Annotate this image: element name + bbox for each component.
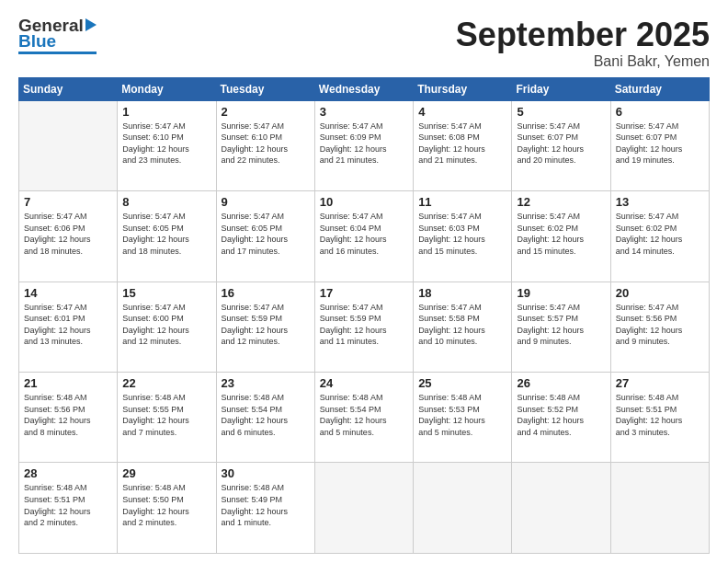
day-number: 20 <box>616 286 704 300</box>
day-number: 29 <box>122 466 210 480</box>
day-number: 16 <box>222 286 310 300</box>
day-number: 4 <box>418 105 506 119</box>
col-thursday: Thursday <box>414 77 512 100</box>
table-row <box>19 100 118 190</box>
day-number: 18 <box>418 286 506 300</box>
day-number: 22 <box>122 376 210 390</box>
table-row <box>314 463 413 554</box>
day-number: 6 <box>616 105 704 119</box>
col-sunday: Sunday <box>19 77 118 100</box>
day-info: Sunrise: 5:47 AM Sunset: 6:06 PM Dayligh… <box>24 211 112 257</box>
table-row: 20Sunrise: 5:47 AM Sunset: 5:56 PM Dayli… <box>610 282 709 372</box>
table-row: 28Sunrise: 5:48 AM Sunset: 5:51 PM Dayli… <box>19 463 118 554</box>
col-friday: Friday <box>512 77 610 100</box>
col-wednesday: Wednesday <box>314 77 413 100</box>
day-number: 1 <box>122 105 210 119</box>
col-saturday: Saturday <box>610 77 709 100</box>
table-row: 22Sunrise: 5:48 AM Sunset: 5:55 PM Dayli… <box>118 373 216 463</box>
header: General Blue September 2025 Bani Bakr, Y… <box>18 17 710 70</box>
day-info: Sunrise: 5:47 AM Sunset: 5:59 PM Dayligh… <box>222 302 310 348</box>
day-number: 30 <box>222 466 310 480</box>
day-info: Sunrise: 5:47 AM Sunset: 6:03 PM Dayligh… <box>418 211 506 257</box>
table-row: 29Sunrise: 5:48 AM Sunset: 5:50 PM Dayli… <box>118 463 216 554</box>
title-block: September 2025 Bani Bakr, Yemen <box>456 17 710 70</box>
table-row: 18Sunrise: 5:47 AM Sunset: 5:58 PM Dayli… <box>414 282 512 372</box>
day-number: 2 <box>222 105 310 119</box>
logo-underline <box>18 52 97 54</box>
day-number: 17 <box>320 286 408 300</box>
table-row: 17Sunrise: 5:47 AM Sunset: 5:59 PM Dayli… <box>314 282 413 372</box>
table-row <box>610 463 709 554</box>
table-row: 30Sunrise: 5:48 AM Sunset: 5:49 PM Dayli… <box>216 463 314 554</box>
day-info: Sunrise: 5:48 AM Sunset: 5:55 PM Dayligh… <box>122 392 210 438</box>
calendar-week-row: 7Sunrise: 5:47 AM Sunset: 6:06 PM Daylig… <box>19 191 710 282</box>
calendar-table: Sunday Monday Tuesday Wednesday Thursday… <box>18 77 710 554</box>
table-row: 10Sunrise: 5:47 AM Sunset: 6:04 PM Dayli… <box>314 191 413 282</box>
day-info: Sunrise: 5:47 AM Sunset: 6:01 PM Dayligh… <box>24 302 112 348</box>
day-info: Sunrise: 5:48 AM Sunset: 5:51 PM Dayligh… <box>616 392 704 438</box>
table-row: 3Sunrise: 5:47 AM Sunset: 6:09 PM Daylig… <box>314 100 413 190</box>
table-row <box>414 463 512 554</box>
day-number: 7 <box>24 195 112 209</box>
table-row: 25Sunrise: 5:48 AM Sunset: 5:53 PM Dayli… <box>414 373 512 463</box>
day-number: 8 <box>122 195 210 209</box>
day-number: 23 <box>222 376 310 390</box>
table-row: 11Sunrise: 5:47 AM Sunset: 6:03 PM Dayli… <box>414 191 512 282</box>
table-row: 8Sunrise: 5:47 AM Sunset: 6:05 PM Daylig… <box>118 191 216 282</box>
logo-blue: Blue <box>18 32 56 50</box>
day-number: 10 <box>320 195 408 209</box>
calendar-location: Bani Bakr, Yemen <box>456 53 710 70</box>
table-row: 2Sunrise: 5:47 AM Sunset: 6:10 PM Daylig… <box>216 100 314 190</box>
table-row: 9Sunrise: 5:47 AM Sunset: 6:05 PM Daylig… <box>216 191 314 282</box>
table-row: 7Sunrise: 5:47 AM Sunset: 6:06 PM Daylig… <box>19 191 118 282</box>
day-info: Sunrise: 5:47 AM Sunset: 6:02 PM Dayligh… <box>616 211 704 257</box>
day-info: Sunrise: 5:47 AM Sunset: 5:58 PM Dayligh… <box>418 302 506 348</box>
day-info: Sunrise: 5:48 AM Sunset: 5:50 PM Dayligh… <box>122 482 210 528</box>
day-info: Sunrise: 5:48 AM Sunset: 5:51 PM Dayligh… <box>24 482 112 528</box>
calendar-week-row: 14Sunrise: 5:47 AM Sunset: 6:01 PM Dayli… <box>19 282 710 372</box>
table-row: 12Sunrise: 5:47 AM Sunset: 6:02 PM Dayli… <box>512 191 610 282</box>
day-info: Sunrise: 5:48 AM Sunset: 5:54 PM Dayligh… <box>320 392 408 438</box>
day-info: Sunrise: 5:48 AM Sunset: 5:53 PM Dayligh… <box>418 392 506 438</box>
table-row: 21Sunrise: 5:48 AM Sunset: 5:56 PM Dayli… <box>19 373 118 463</box>
day-info: Sunrise: 5:47 AM Sunset: 6:09 PM Dayligh… <box>320 121 408 167</box>
day-number: 11 <box>418 195 506 209</box>
day-info: Sunrise: 5:47 AM Sunset: 6:05 PM Dayligh… <box>222 211 310 257</box>
day-info: Sunrise: 5:47 AM Sunset: 6:10 PM Dayligh… <box>222 121 310 167</box>
day-number: 9 <box>222 195 310 209</box>
day-number: 15 <box>122 286 210 300</box>
table-row <box>512 463 610 554</box>
calendar-week-row: 28Sunrise: 5:48 AM Sunset: 5:51 PM Dayli… <box>19 463 710 554</box>
col-tuesday: Tuesday <box>216 77 314 100</box>
table-row: 16Sunrise: 5:47 AM Sunset: 5:59 PM Dayli… <box>216 282 314 372</box>
table-row: 13Sunrise: 5:47 AM Sunset: 6:02 PM Dayli… <box>610 191 709 282</box>
day-info: Sunrise: 5:47 AM Sunset: 6:02 PM Dayligh… <box>517 211 605 257</box>
day-number: 27 <box>616 376 704 390</box>
day-number: 5 <box>517 105 605 119</box>
calendar-title: September 2025 <box>456 17 710 53</box>
day-info: Sunrise: 5:47 AM Sunset: 6:00 PM Dayligh… <box>122 302 210 348</box>
calendar-week-row: 1Sunrise: 5:47 AM Sunset: 6:10 PM Daylig… <box>19 100 710 190</box>
table-row: 6Sunrise: 5:47 AM Sunset: 6:07 PM Daylig… <box>610 100 709 190</box>
day-info: Sunrise: 5:48 AM Sunset: 5:56 PM Dayligh… <box>24 392 112 438</box>
day-info: Sunrise: 5:48 AM Sunset: 5:49 PM Dayligh… <box>222 482 310 528</box>
table-row: 19Sunrise: 5:47 AM Sunset: 5:57 PM Dayli… <box>512 282 610 372</box>
col-monday: Monday <box>118 77 216 100</box>
day-info: Sunrise: 5:47 AM Sunset: 6:08 PM Dayligh… <box>418 121 506 167</box>
day-info: Sunrise: 5:47 AM Sunset: 5:56 PM Dayligh… <box>616 302 704 348</box>
table-row: 4Sunrise: 5:47 AM Sunset: 6:08 PM Daylig… <box>414 100 512 190</box>
day-info: Sunrise: 5:47 AM Sunset: 6:05 PM Dayligh… <box>122 211 210 257</box>
table-row: 15Sunrise: 5:47 AM Sunset: 6:00 PM Dayli… <box>118 282 216 372</box>
day-info: Sunrise: 5:47 AM Sunset: 6:10 PM Dayligh… <box>122 121 210 167</box>
day-info: Sunrise: 5:47 AM Sunset: 6:07 PM Dayligh… <box>616 121 704 167</box>
day-info: Sunrise: 5:48 AM Sunset: 5:54 PM Dayligh… <box>222 392 310 438</box>
table-row: 24Sunrise: 5:48 AM Sunset: 5:54 PM Dayli… <box>314 373 413 463</box>
day-info: Sunrise: 5:47 AM Sunset: 5:59 PM Dayligh… <box>320 302 408 348</box>
table-row: 1Sunrise: 5:47 AM Sunset: 6:10 PM Daylig… <box>118 100 216 190</box>
day-number: 28 <box>24 466 112 480</box>
day-info: Sunrise: 5:47 AM Sunset: 5:57 PM Dayligh… <box>517 302 605 348</box>
day-number: 13 <box>616 195 704 209</box>
table-row: 26Sunrise: 5:48 AM Sunset: 5:52 PM Dayli… <box>512 373 610 463</box>
table-row: 23Sunrise: 5:48 AM Sunset: 5:54 PM Dayli… <box>216 373 314 463</box>
day-number: 25 <box>418 376 506 390</box>
